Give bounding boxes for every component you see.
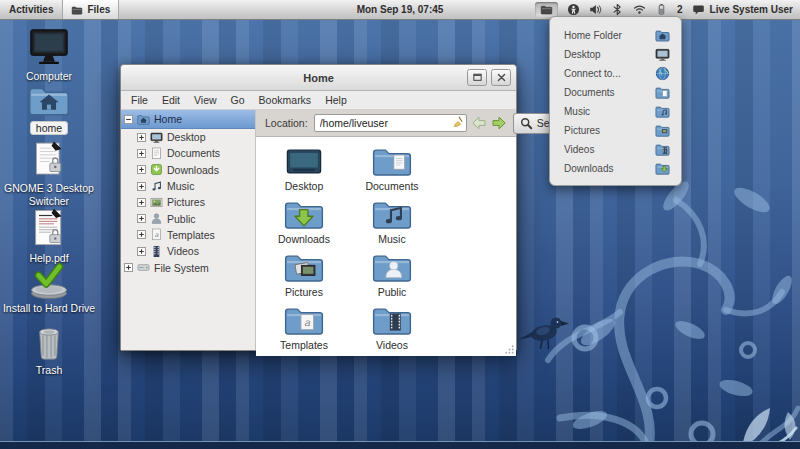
sidebar-item-label: Templates	[167, 229, 215, 241]
desktop-icon-help-pdf[interactable]: Help.pdf	[2, 206, 96, 264]
chat-icon	[692, 3, 705, 16]
menubar-item-bookmarks[interactable]: Bookmarks	[252, 94, 319, 106]
monitor-icon	[655, 47, 670, 62]
file-item-videos[interactable]: Videos	[348, 303, 436, 356]
desktop-icon-install-to-hard-drive[interactable]: Install to Hard Drive	[2, 262, 96, 314]
expander-plus-icon[interactable]	[137, 182, 146, 191]
folder-videos-icon	[371, 303, 413, 338]
sidebar-item-label: Documents	[167, 147, 220, 159]
sidebar-item-label: File System	[154, 262, 209, 274]
tray-folder-icon	[71, 4, 83, 16]
menu-item-label: Pictures	[564, 125, 655, 136]
file-item-pictures[interactable]: Pictures	[260, 250, 348, 303]
sidebar-item-file-system[interactable]: File System	[121, 259, 255, 275]
broom-icon[interactable]	[452, 116, 464, 128]
expander-plus-icon[interactable]	[124, 263, 133, 272]
menubar-item-file[interactable]: File	[124, 94, 155, 106]
location-input[interactable]	[314, 114, 467, 132]
places-menu-item-home-folder[interactable]: Home Folder	[550, 26, 681, 45]
folder-home-icon	[137, 113, 150, 126]
accessibility-icon[interactable]	[567, 3, 580, 16]
expander-plus-icon[interactable]	[137, 198, 146, 207]
volume-icon[interactable]	[589, 3, 602, 16]
desktop-icon-trash[interactable]: Trash	[2, 324, 96, 376]
sidebar-item-music[interactable]: Music	[121, 178, 255, 194]
file-item-downloads[interactable]: Downloads	[260, 197, 348, 250]
expander-plus-icon[interactable]	[137, 165, 146, 174]
arrow-right-icon[interactable]	[491, 115, 507, 132]
menubar-item-view[interactable]: View	[187, 94, 224, 106]
bluetooth-icon[interactable]	[611, 3, 624, 16]
desktop-icon-gnome-3-desktop-switcher[interactable]: GNOME 3 Desktop Switcher	[2, 138, 96, 208]
expander-minus-icon[interactable]	[124, 115, 133, 124]
places-menu-item-videos[interactable]: Videos	[550, 140, 681, 159]
sidebar-item-templates[interactable]: aTemplates	[121, 227, 255, 243]
file-item-desktop[interactable]: Desktop	[260, 144, 348, 197]
desktop-icon-home[interactable]: home	[2, 82, 96, 135]
file-item-documents[interactable]: Documents	[348, 144, 436, 197]
sidebar-item-label: Videos	[167, 245, 199, 257]
activities-button[interactable]: Activities	[0, 0, 62, 19]
sidebar-item-downloads[interactable]: Downloads	[121, 162, 255, 178]
bottom-edge	[0, 441, 800, 449]
download-icon	[150, 163, 163, 176]
wifi-icon[interactable]	[633, 3, 646, 16]
sidebar-item-public[interactable]: Public	[121, 210, 255, 226]
app-menu-button[interactable]: Files	[62, 0, 119, 19]
main-pane: Location: Search DesktopDocumentsDownloa…	[256, 110, 516, 350]
places-menu-item-connect-to[interactable]: Connect to...	[550, 64, 681, 83]
folder-music-icon	[371, 197, 413, 232]
file-item-public[interactable]: Public	[348, 250, 436, 303]
folder-home-big-icon	[27, 82, 71, 119]
sidebar-item-desktop[interactable]: Desktop	[121, 129, 255, 145]
menu-item-label: Videos	[564, 144, 655, 155]
expander-plus-icon[interactable]	[137, 230, 146, 239]
menubar-item-help[interactable]: Help	[318, 94, 354, 106]
arrow-left-icon[interactable]	[471, 115, 487, 132]
sidebar-item-videos[interactable]: Videos	[121, 243, 255, 259]
desktop-icon-computer[interactable]: Computer	[2, 28, 96, 82]
expander-plus-icon[interactable]	[137, 247, 146, 256]
places-menu-item-downloads[interactable]: Downloads	[550, 159, 681, 178]
places-menu-item-music[interactable]: Music	[550, 102, 681, 121]
places-menu-item-pictures[interactable]: Pictures	[550, 121, 681, 140]
expander-plus-icon[interactable]	[137, 133, 146, 142]
sidebar-item-pictures[interactable]: Pictures	[121, 194, 255, 210]
menu-item-label: Desktop	[564, 49, 655, 60]
drive-icon	[137, 261, 150, 274]
sidebar-item-documents[interactable]: Documents	[121, 145, 255, 161]
places-menu-item-documents[interactable]: Documents	[550, 83, 681, 102]
location-field	[314, 114, 467, 132]
file-item-label: Downloads	[278, 233, 330, 245]
script-doc-icon	[29, 138, 69, 180]
template-icon: a	[150, 228, 163, 241]
file-icon-view: DesktopDocumentsDownloadsMusicPicturesPu…	[256, 137, 516, 356]
tray-folder-active-button[interactable]	[535, 2, 558, 17]
file-item-label: Pictures	[285, 286, 323, 298]
computer-icon	[26, 28, 72, 68]
tray-folder-icon[interactable]	[540, 3, 553, 16]
expander-plus-icon[interactable]	[137, 149, 146, 158]
expander-plus-icon[interactable]	[137, 214, 146, 223]
clock[interactable]: Mon Sep 19, 07:45	[357, 0, 444, 19]
file-item-label: Documents	[365, 180, 418, 192]
places-menu-item-desktop[interactable]: Desktop	[550, 45, 681, 64]
menubar-item-go[interactable]: Go	[224, 94, 252, 106]
menu-bar: FileEditViewGoBookmarksHelp	[121, 91, 516, 110]
folder-pictures-icon	[283, 250, 325, 285]
close-icon[interactable]	[491, 69, 511, 86]
file-item-label: Public	[378, 286, 407, 298]
keyboard-layout-indicator[interactable]: 2	[677, 4, 683, 15]
maximize-icon[interactable]	[467, 69, 487, 86]
window-titlebar[interactable]: Home	[121, 65, 516, 91]
file-item-music[interactable]: Music	[348, 197, 436, 250]
sidebar-item-home[interactable]: Home	[121, 110, 255, 129]
grip-icon[interactable]	[503, 343, 515, 355]
menubar-item-edit[interactable]: Edit	[155, 94, 187, 106]
battery-icon[interactable]	[655, 3, 668, 16]
user-menu-button[interactable]: Live System User	[692, 3, 793, 16]
window-title: Home	[303, 72, 334, 84]
desktop-icon-label: Computer	[26, 70, 72, 82]
places-sidebar: HomeDesktopDocumentsDownloadsMusicPictur…	[121, 110, 256, 350]
file-item-templates[interactable]: aTemplates	[260, 303, 348, 356]
